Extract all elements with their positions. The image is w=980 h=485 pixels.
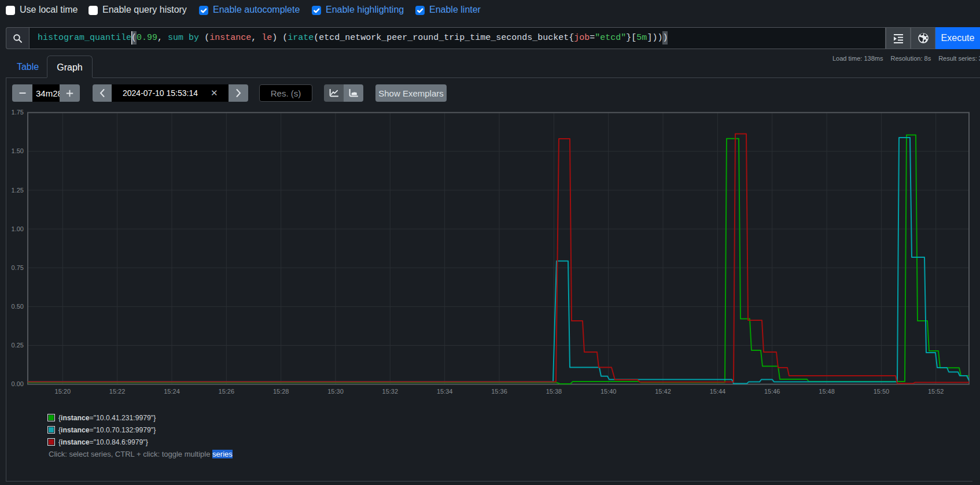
svg-text:0.50: 0.50 [12,303,24,310]
svg-text:0.75: 0.75 [12,264,24,271]
svg-text:1.25: 1.25 [12,187,24,194]
svg-text:15:26: 15:26 [219,388,235,395]
svg-text:15:44: 15:44 [710,388,726,395]
svg-text:15:24: 15:24 [164,388,180,395]
svg-text:15:20: 15:20 [55,388,71,395]
svg-text:15:52: 15:52 [928,388,944,395]
svg-text:0.00: 0.00 [12,380,24,387]
svg-text:15:48: 15:48 [819,388,835,395]
svg-text:1.75: 1.75 [12,109,24,116]
svg-text:15:22: 15:22 [109,388,126,395]
svg-text:15:38: 15:38 [546,388,562,395]
svg-text:1.50: 1.50 [12,147,24,154]
svg-text:15:42: 15:42 [655,388,671,395]
svg-text:1.00: 1.00 [12,225,24,232]
svg-text:15:32: 15:32 [382,388,399,395]
svg-text:15:30: 15:30 [327,388,344,395]
svg-text:15:28: 15:28 [273,388,289,395]
svg-text:15:36: 15:36 [491,388,507,395]
svg-text:15:50: 15:50 [874,388,890,395]
svg-text:15:40: 15:40 [600,388,617,395]
svg-text:15:34: 15:34 [437,388,453,395]
svg-text:15:46: 15:46 [764,388,780,395]
svg-text:0.25: 0.25 [12,342,24,349]
